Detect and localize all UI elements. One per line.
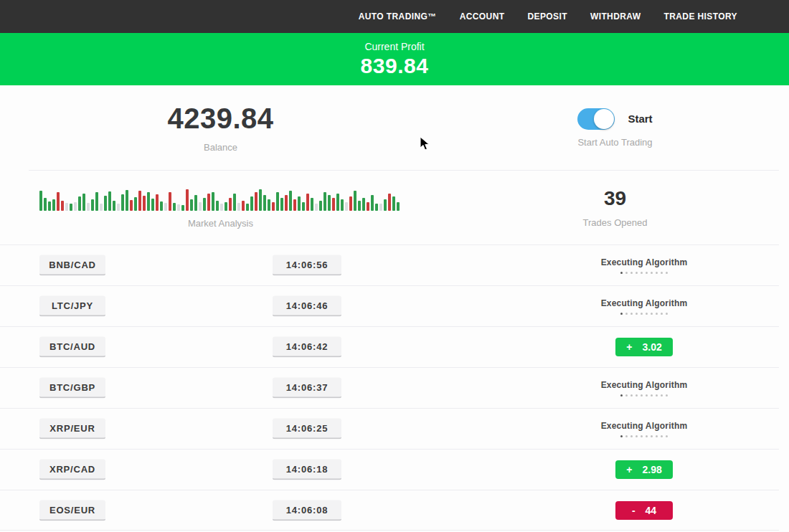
executing-algorithm-label: Executing Algorithm — [601, 421, 688, 431]
pair-chip[interactable]: LTC/JPY — [39, 296, 105, 317]
chart-bar — [276, 192, 279, 211]
time-chip[interactable]: 14:06:08 — [273, 500, 341, 521]
chart-bar — [48, 201, 51, 211]
nav-item-deposit[interactable]: DEPOSIT — [527, 11, 567, 22]
chart-bar — [375, 204, 378, 211]
chart-bar — [272, 202, 275, 211]
chart-bar — [108, 191, 111, 211]
time-chip[interactable]: 14:06:18 — [273, 460, 341, 480]
progress-dots — [620, 435, 668, 437]
pair-chip[interactable]: BNB/CAD — [39, 255, 105, 276]
pair-chip[interactable]: XRP/CAD — [39, 460, 105, 480]
chart-bar — [74, 202, 77, 211]
trade-row: BNB/CAD14:06:56Executing Algorithm — [0, 244, 779, 285]
chart-bar — [349, 196, 352, 211]
chart-bar — [328, 195, 331, 211]
nav-item-auto-trading[interactable]: AUTO TRADING™ — [359, 11, 437, 22]
chart-bar — [57, 192, 60, 211]
chart-bar — [362, 198, 365, 211]
time-chip[interactable]: 14:06:37 — [273, 378, 341, 399]
chart-bar — [117, 204, 120, 211]
toggle-start-label: Start — [628, 113, 652, 125]
chart-bar — [181, 205, 184, 211]
chart-bar — [367, 202, 369, 211]
progress-dots — [620, 394, 668, 396]
market-analysis-chart — [39, 186, 402, 211]
chart-bar — [130, 200, 133, 211]
balance-label: Balance — [204, 142, 237, 153]
profit-badge: +3.02 — [615, 338, 673, 356]
chart-bar — [229, 198, 232, 211]
chart-bar — [147, 192, 150, 211]
chart-bar — [91, 199, 94, 211]
nav-item-account[interactable]: ACCOUNT — [460, 11, 505, 22]
auto-trading-toggle[interactable] — [577, 108, 615, 130]
chart-bar — [233, 194, 236, 211]
chart-bar — [134, 197, 137, 211]
market-analysis-label: Market Analysis — [188, 218, 253, 229]
chart-bar — [61, 201, 64, 211]
trade-row: BTC/GBP14:06:37Executing Algorithm — [0, 367, 779, 408]
chart-bar — [332, 198, 335, 211]
current-profit-label: Current Profit — [364, 41, 424, 52]
chart-bar — [242, 201, 245, 211]
chart-bar — [220, 204, 223, 211]
nav-item-withdraw[interactable]: WITHDRAW — [590, 11, 641, 22]
chart-bar — [246, 204, 249, 211]
chart-bar — [237, 203, 240, 211]
pair-chip[interactable]: BTC/AUD — [39, 337, 105, 358]
chart-bar — [121, 194, 124, 211]
progress-dots — [620, 313, 668, 315]
chart-bar — [151, 199, 154, 211]
chart-bar — [216, 201, 219, 211]
balance-toggle-row: 4239.84 Balance Start Start Auto Trading — [0, 85, 789, 170]
chart-bar — [384, 199, 387, 211]
chart-bar — [302, 202, 305, 211]
chart-bar — [358, 201, 361, 211]
chart-bar — [194, 195, 197, 211]
chart-bar — [354, 191, 356, 211]
chart-bar — [126, 190, 128, 211]
chart-bar — [82, 194, 85, 211]
chart-bar — [169, 192, 171, 211]
progress-dots — [620, 272, 668, 274]
trade-row: BTC/AUD14:06:42+3.02 — [0, 326, 779, 367]
chart-bar — [306, 194, 309, 211]
trades-opened-value: 39 — [604, 187, 626, 210]
status-cell: +2.98 — [545, 450, 743, 490]
nav-item-trade-history[interactable]: TRADE HISTORY — [663, 11, 737, 22]
profit-badge: +2.98 — [615, 460, 673, 479]
trade-row: LTC/JPY14:06:46Executing Algorithm — [0, 285, 779, 326]
toggle-knob — [594, 109, 614, 129]
time-chip[interactable]: 14:06:42 — [273, 337, 341, 358]
trade-row: XRP/EUR14:06:25Executing Algorithm — [0, 408, 779, 449]
pair-chip[interactable]: EOS/EUR — [39, 500, 105, 521]
executing-algorithm-label: Executing Algorithm — [601, 257, 688, 267]
time-chip[interactable]: 14:06:46 — [273, 296, 341, 317]
trade-row: EOS/EUR14:06:08-44 — [0, 490, 779, 531]
chart-bar — [164, 203, 167, 211]
chart-bar — [173, 203, 176, 211]
chart-bar — [203, 198, 206, 211]
chart-bar — [190, 199, 193, 211]
chart-bar — [285, 195, 288, 211]
trades-table: BNB/CAD14:06:56Executing AlgorithmLTC/JP… — [0, 244, 789, 531]
chart-bar — [388, 194, 391, 211]
trade-row: XRP/CAD14:06:18+2.98 — [0, 449, 779, 490]
top-nav-bar: AUTO TRADING™ACCOUNTDEPOSITWITHDRAWTRADE… — [0, 0, 789, 33]
time-chip[interactable]: 14:06:25 — [273, 419, 341, 440]
chart-bar — [207, 194, 210, 211]
chart-bar — [87, 203, 90, 211]
pair-chip[interactable]: BTC/GBP — [39, 378, 105, 399]
executing-algorithm-label: Executing Algorithm — [601, 298, 688, 308]
chart-bar — [225, 202, 227, 211]
status-cell: Executing Algorithm — [545, 245, 743, 285]
chart-bar — [323, 192, 326, 211]
pair-chip[interactable]: XRP/EUR — [39, 419, 105, 440]
chart-bar — [371, 195, 374, 211]
chart-bar — [259, 189, 262, 211]
executing-algorithm-label: Executing Algorithm — [601, 380, 688, 390]
time-chip[interactable]: 14:06:56 — [273, 255, 341, 276]
chart-bar — [319, 201, 322, 211]
chart-bar — [199, 202, 202, 211]
